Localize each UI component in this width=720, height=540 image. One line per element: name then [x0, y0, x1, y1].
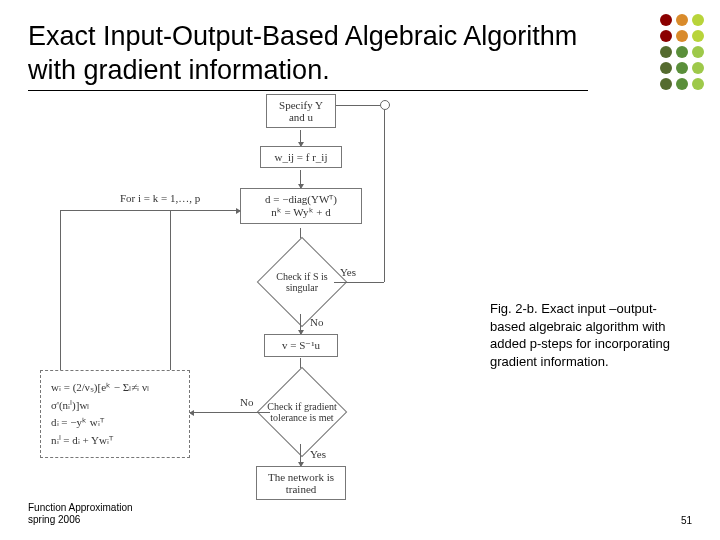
footer-page-number: 51 — [681, 515, 692, 526]
label-no-singular: No — [310, 316, 323, 328]
flowchart: Specify Y and u w_ij = f r_ij d = −diag(… — [80, 100, 440, 530]
box-specify: Specify Y and u — [266, 94, 336, 128]
box-w-eq: w_ij = f r_ij — [260, 146, 342, 168]
eq-d-line: dᵢ = −yᵏ wᵢᵀ — [51, 414, 179, 432]
eq-n-line: nᵢˡ = dᵢ + Ywᵢᵀ — [51, 432, 179, 450]
label-yes-grad: Yes — [310, 448, 326, 460]
slide-title: Exact Input-Output-Based Algebraic Algor… — [28, 20, 588, 91]
box-side-loop: wᵢ = (2/νₛ)[eᵏ − Σₗ≠ᵢ νₗ σ'(nᵢˡ)]wₗ dᵢ =… — [40, 370, 190, 458]
label-no-grad: No — [240, 396, 253, 408]
box-d-eq: d = −diag(YWᵀ) nᵏ = Wyᵏ + d — [240, 188, 362, 224]
label-yes-singular: Yes — [340, 266, 356, 278]
box-trained: The network is trained — [256, 466, 346, 500]
corner-dot-grid — [660, 14, 706, 92]
figure-caption: Fig. 2-b. Exact input –output-based alge… — [490, 300, 680, 370]
loop-junction — [380, 100, 390, 110]
label-for-loop: For i = k = 1,…, p — [120, 192, 200, 204]
footer-left: Function Approximation spring 2006 — [28, 502, 133, 526]
diamond-check-grad: Check if gradient tolerance is met — [257, 367, 348, 458]
eq-w-line: wᵢ = (2/νₛ)[eᵏ − Σₗ≠ᵢ νₗ σ'(nᵢˡ)]wₗ — [51, 379, 179, 414]
box-v-eq: v = S⁻¹u — [264, 334, 338, 357]
